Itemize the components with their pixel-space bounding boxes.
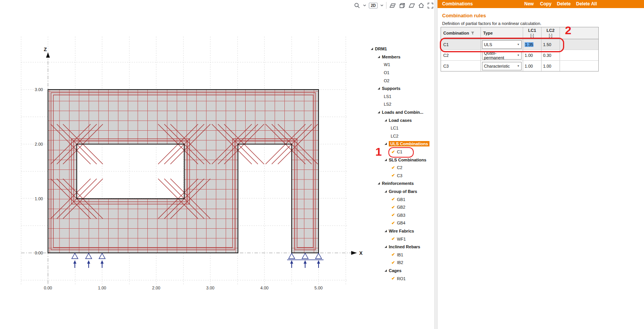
tree-item-gb4[interactable]: ✔GB4 (368, 219, 436, 227)
tree-expander-icon[interactable] (385, 190, 387, 193)
checkbox-checked-icon[interactable]: ✔ (391, 197, 395, 202)
support-triangle-icon[interactable] (72, 253, 78, 259)
chevron-down-icon[interactable]: ▼ (515, 43, 521, 46)
lc2-value-cell[interactable]: 0.30 (542, 50, 560, 60)
tree-expander-icon[interactable] (378, 56, 380, 58)
checkbox-checked-icon[interactable]: ✔ (391, 260, 395, 265)
delete-button[interactable]: Delete (557, 1, 571, 7)
checkbox-checked-icon[interactable]: ✔ (391, 173, 395, 178)
tree-item-o1[interactable]: O1 (368, 69, 436, 77)
home-icon[interactable] (418, 2, 424, 8)
tree-item-ib2[interactable]: ✔IB2 (368, 259, 436, 267)
tree-item-inclined-rebars[interactable]: Inclined Rebars (368, 243, 436, 251)
combination-name-cell[interactable]: C1 (441, 39, 481, 50)
tree-item-members[interactable]: Members (368, 53, 436, 61)
tree-expander-icon[interactable] (378, 111, 380, 113)
lc1-value-cell[interactable]: 1.00 (523, 61, 542, 71)
tree-expander-icon[interactable] (385, 159, 387, 161)
tree-item-gb1[interactable]: ✔GB1 (368, 195, 436, 203)
workplane-icon[interactable] (389, 2, 396, 9)
checkbox-checked-icon[interactable]: ✔ (391, 236, 395, 241)
checkbox-checked-icon[interactable]: ✔ (391, 150, 395, 155)
column-header-lc2[interactable]: LC2 [-] (542, 27, 560, 39)
delete-all-button[interactable]: Delete All (576, 1, 597, 7)
x-axis-tick: 5.00 (310, 285, 327, 291)
lc1-value-cell[interactable]: 1.35 (523, 39, 542, 50)
tree-item-o2[interactable]: O2 (368, 76, 436, 85)
filter-icon[interactable] (471, 32, 474, 35)
column-header-type[interactable]: Type (481, 27, 523, 39)
checkbox-checked-icon[interactable]: ✔ (391, 252, 395, 257)
tree-expander-icon[interactable] (385, 246, 387, 248)
tree-item-reinforcements[interactable]: Reinforcements (368, 179, 436, 188)
combination-row-c2[interactable]: C2Quasi-permanent▼1.000.30 (441, 50, 598, 61)
type-dropdown[interactable]: Characteristic▼ (482, 62, 522, 70)
tree-expander-icon[interactable] (385, 143, 387, 145)
support-triangle-icon[interactable] (86, 253, 92, 259)
combination-name-cell[interactable]: C3 (441, 61, 481, 71)
checkbox-checked-icon[interactable]: ✔ (391, 205, 395, 210)
tree-item-ro1[interactable]: ✔RO1 (368, 274, 436, 282)
tree-expander-icon[interactable] (385, 230, 387, 232)
tree-item-uls-combinations[interactable]: ULS Combinations (368, 140, 436, 148)
checkbox-checked-icon[interactable]: ✔ (391, 276, 395, 281)
view-mode-2d-button[interactable]: 2D (369, 3, 378, 8)
tree-item-lc2[interactable]: LC2 (368, 132, 436, 140)
clipping-plane-icon[interactable] (408, 2, 415, 9)
tree-item-load-cases[interactable]: Load cases (368, 116, 436, 124)
tree-item-label: C1 (397, 150, 402, 154)
tree-item-drm1[interactable]: DRM1 (368, 45, 436, 53)
tree-item-c2[interactable]: ✔C2 (368, 164, 436, 172)
support-triangle-icon[interactable] (315, 253, 322, 259)
tree-item-c3[interactable]: ✔C3 (368, 172, 436, 180)
tree-item-c1[interactable]: ✔C1 (368, 148, 436, 156)
lc2-value-cell[interactable]: 1.50 (542, 39, 560, 50)
type-dropdown[interactable]: ULS▼ (482, 40, 522, 49)
tree-item-sls-combinations[interactable]: SLS Combinations (368, 156, 436, 164)
tree-item-ls1[interactable]: LS1 (368, 93, 436, 101)
checkbox-checked-icon[interactable]: ✔ (391, 165, 395, 170)
search-icon[interactable] (354, 2, 360, 9)
tree-expander-icon[interactable] (385, 119, 387, 121)
column-header-lc1[interactable]: LC1 [-] (523, 27, 542, 39)
checkbox-checked-icon[interactable]: ✔ (391, 221, 395, 226)
line-supports[interactable] (72, 253, 324, 268)
tree-expander-icon[interactable] (371, 48, 373, 50)
search-chevron-down-icon[interactable] (363, 4, 366, 7)
y-axis-tick: 0.00 (25, 250, 43, 256)
tree-item-cages[interactable]: Cages (368, 267, 436, 275)
tree-item-group-of-bars[interactable]: Group of Bars (368, 188, 436, 196)
tree-item-ls2[interactable]: LS2 (368, 100, 436, 108)
view-mode-chevron-down-icon[interactable] (380, 4, 383, 7)
type-dropdown[interactable]: Quasi-permanent▼ (482, 51, 522, 60)
tree-item-gb3[interactable]: ✔GB3 (368, 211, 436, 219)
tree-expander-icon[interactable] (378, 87, 380, 90)
tree-item-wire-fabrics[interactable]: Wire Fabrics (368, 227, 436, 235)
copy-button[interactable]: Copy (540, 1, 552, 7)
tree-item-lc1[interactable]: LC1 (368, 124, 436, 132)
lc1-value-cell[interactable]: 1.00 (523, 50, 542, 60)
solid-cube-icon[interactable] (399, 2, 406, 9)
checkbox-checked-icon[interactable]: ✔ (391, 213, 395, 218)
tree-item-ib1[interactable]: ✔IB1 (368, 251, 436, 259)
support-triangle-icon[interactable] (302, 253, 308, 259)
lc2-value-cell[interactable]: 1.00 (542, 61, 560, 71)
support-triangle-icon[interactable] (289, 253, 295, 259)
combination-row-c3[interactable]: C3Characteristic▼1.001.00 (441, 61, 598, 71)
chevron-down-icon[interactable]: ▼ (515, 54, 521, 56)
support-triangle-icon[interactable] (99, 253, 105, 259)
tree-item-loads-and-combin[interactable]: Loads and Combin... (368, 108, 436, 116)
tree-item-w1[interactable]: W1 (368, 61, 436, 69)
combination-row-c1[interactable]: C1ULS▼1.351.50 (441, 39, 598, 50)
tree-item-gb2[interactable]: ✔GB2 (368, 203, 436, 211)
new-button[interactable]: New (524, 1, 534, 7)
tree-expander-icon[interactable] (385, 269, 387, 272)
tree-item-wf1[interactable]: ✔WF1 (368, 235, 436, 243)
tree-expander-icon[interactable] (378, 182, 380, 184)
tree-item-supports[interactable]: Supports (368, 85, 436, 93)
combination-name-cell[interactable]: C2 (441, 50, 481, 60)
column-header-combination[interactable]: Combination (441, 27, 481, 39)
x-axis-tick: 2.00 (148, 285, 165, 291)
zoom-extents-icon[interactable] (427, 2, 434, 9)
chevron-down-icon[interactable]: ▼ (515, 65, 521, 67)
